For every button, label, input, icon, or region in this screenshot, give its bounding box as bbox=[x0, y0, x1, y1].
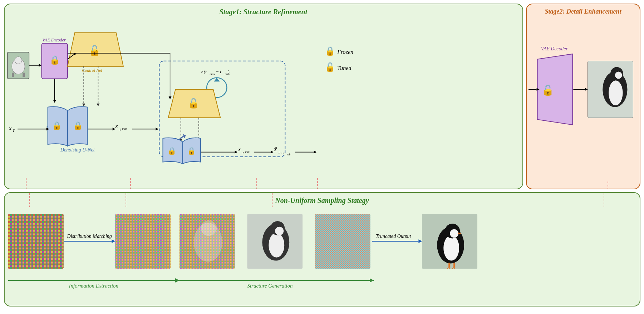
svg-marker-49 bbox=[179, 139, 182, 142]
svg-point-115 bbox=[201, 220, 216, 236]
svg-text:0←t: 0←t bbox=[279, 151, 285, 155]
svg-marker-11 bbox=[53, 100, 56, 103]
svg-marker-126 bbox=[418, 239, 422, 243]
svg-text:Control Net: Control Net bbox=[82, 68, 102, 73]
svg-text:x: x bbox=[238, 146, 241, 152]
svg-text:Distribution Matching: Distribution Matching bbox=[67, 234, 112, 239]
svg-text:🔒: 🔒 bbox=[324, 46, 335, 56]
svg-point-118 bbox=[269, 233, 284, 258]
svg-text:Information Extraction: Information Extraction bbox=[68, 283, 118, 289]
svg-point-2 bbox=[15, 57, 22, 64]
svg-text:t: t bbox=[119, 128, 121, 131]
svg-point-87 bbox=[603, 72, 627, 107]
svg-text:×(t: ×(t bbox=[201, 69, 207, 75]
svg-text:): ) bbox=[228, 69, 229, 75]
svg-text:max: max bbox=[210, 73, 215, 76]
vae-decoder-label: VAE Decoder bbox=[541, 46, 568, 51]
stage2-title: Stage2: Detail Enhancement bbox=[545, 8, 621, 15]
stage2-svg: VAE Decoder 🔓 bbox=[527, 4, 640, 189]
svg-text:Denoising U-Net: Denoising U-Net bbox=[60, 147, 95, 153]
svg-point-132 bbox=[450, 229, 458, 238]
svg-text:VAE Encoder: VAE Encoder bbox=[42, 38, 65, 43]
svg-point-130 bbox=[443, 235, 459, 261]
svg-line-21 bbox=[65, 109, 85, 125]
svg-point-114 bbox=[193, 223, 222, 262]
svg-text:min: min bbox=[245, 150, 249, 154]
svg-rect-128 bbox=[422, 214, 477, 269]
svg-rect-116 bbox=[247, 214, 303, 269]
svg-point-44 bbox=[207, 78, 227, 98]
bottom-title: Non-Uniform Sampling Stategy bbox=[275, 196, 369, 205]
svg-point-119 bbox=[270, 221, 285, 235]
svg-text:t: t bbox=[242, 151, 244, 155]
svg-text:min: min bbox=[225, 73, 230, 76]
stage2-box: Stage2: Detail Enhancement VAE Decoder 🔓 bbox=[526, 4, 640, 189]
svg-rect-7 bbox=[41, 43, 67, 79]
svg-text:min: min bbox=[287, 153, 291, 156]
svg-line-139 bbox=[453, 268, 455, 269]
svg-rect-96 bbox=[8, 214, 63, 269]
svg-rect-0 bbox=[8, 52, 29, 79]
svg-point-1 bbox=[12, 59, 25, 74]
stage1-box: Stage1: Structure Refinement 🔒 VAE Encod… bbox=[4, 4, 523, 189]
svg-text:Initialize: Initialize bbox=[45, 126, 64, 131]
svg-marker-46 bbox=[168, 89, 220, 118]
svg-rect-3 bbox=[12, 73, 14, 77]
svg-point-117 bbox=[262, 224, 289, 261]
svg-point-90 bbox=[615, 72, 622, 79]
svg-text:x̂: x̂ bbox=[274, 146, 277, 152]
svg-marker-53 bbox=[183, 134, 186, 138]
svg-rect-86 bbox=[588, 61, 633, 118]
svg-point-89 bbox=[610, 67, 623, 80]
svg-marker-51 bbox=[197, 139, 200, 142]
svg-rect-97 bbox=[8, 214, 63, 269]
svg-marker-105 bbox=[112, 239, 115, 243]
svg-marker-30 bbox=[46, 128, 49, 130]
svg-rect-134 bbox=[448, 263, 450, 268]
bottom-svg: Distribution Matching bbox=[5, 193, 640, 306]
svg-point-131 bbox=[445, 224, 460, 238]
svg-marker-79 bbox=[537, 54, 572, 125]
svg-marker-45 bbox=[214, 78, 220, 81]
svg-rect-135 bbox=[453, 263, 455, 268]
svg-rect-4 bbox=[23, 73, 25, 77]
svg-text:− t: − t bbox=[216, 69, 221, 75]
svg-marker-20 bbox=[97, 104, 99, 106]
svg-text:🔒: 🔒 bbox=[73, 121, 83, 130]
svg-text:🔒: 🔒 bbox=[52, 121, 62, 130]
svg-marker-6 bbox=[39, 64, 41, 67]
svg-marker-84 bbox=[585, 88, 588, 91]
svg-marker-22 bbox=[84, 108, 87, 112]
svg-text:Truncated Output: Truncated Output bbox=[375, 234, 411, 239]
svg-line-52 bbox=[168, 135, 184, 148]
svg-text:x: x bbox=[115, 123, 118, 129]
svg-line-138 bbox=[452, 268, 453, 269]
svg-text:🔓: 🔓 bbox=[324, 62, 335, 72]
svg-text:T: T bbox=[13, 128, 15, 133]
svg-marker-62 bbox=[271, 151, 274, 154]
svg-marker-82 bbox=[536, 88, 539, 91]
svg-rect-103 bbox=[8, 214, 63, 269]
stage1-svg: 🔒 VAE Encoder 🔓 Control Net bbox=[5, 4, 522, 189]
svg-line-136 bbox=[447, 268, 448, 269]
svg-point-88 bbox=[609, 80, 623, 105]
svg-rect-107 bbox=[115, 214, 171, 269]
svg-text:Tuned: Tuned bbox=[337, 65, 352, 71]
svg-text:x: x bbox=[9, 125, 11, 131]
svg-marker-37 bbox=[156, 128, 158, 130]
svg-marker-67 bbox=[314, 151, 316, 154]
svg-text:🔓: 🔓 bbox=[187, 98, 199, 109]
svg-line-137 bbox=[448, 268, 450, 269]
svg-text:max: max bbox=[122, 127, 127, 130]
svg-rect-121 bbox=[315, 214, 370, 269]
svg-marker-32 bbox=[112, 128, 115, 130]
svg-text:🔓: 🔓 bbox=[541, 84, 554, 96]
bottom-section: Non-Uniform Sampling Stategy bbox=[4, 192, 640, 306]
svg-marker-12 bbox=[67, 33, 123, 66]
svg-marker-74 bbox=[168, 96, 171, 99]
svg-text:🔓: 🔓 bbox=[88, 45, 100, 56]
svg-text:🔒: 🔒 bbox=[167, 146, 176, 155]
svg-marker-16 bbox=[74, 53, 77, 55]
svg-marker-57 bbox=[235, 151, 237, 154]
svg-marker-18 bbox=[82, 104, 85, 106]
